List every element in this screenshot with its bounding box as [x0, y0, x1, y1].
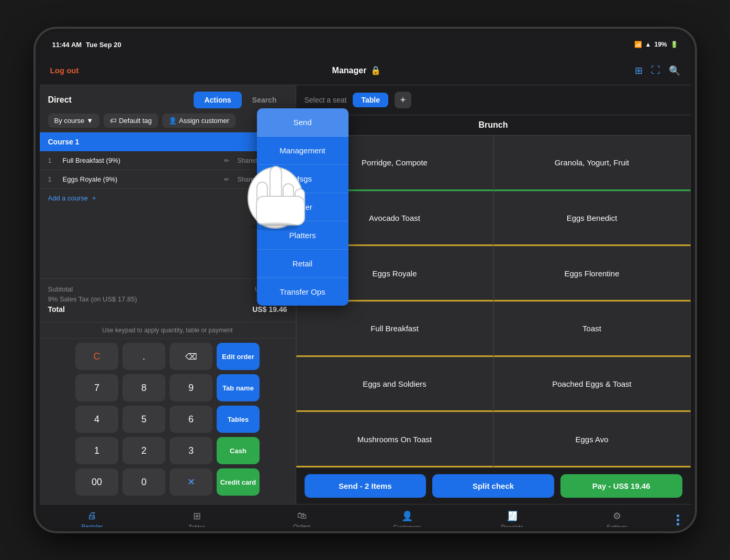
tabbar-tables[interactable]: ⊞ Tables — [144, 510, 250, 530]
tabbar-settings[interactable]: ⚙ Settings — [565, 510, 670, 530]
key-8[interactable]: 8 — [122, 374, 165, 401]
register-icon: 🖨 — [87, 510, 97, 521]
tables-icon: ⊞ — [193, 510, 201, 522]
battery-icon: 🔋 — [670, 41, 678, 48]
wifi-icon: 📶 — [634, 41, 642, 48]
select-seat-label: Select a seat — [305, 96, 347, 104]
clear-key[interactable]: C — [75, 343, 118, 370]
key-1[interactable]: 1 — [75, 437, 118, 464]
key-7[interactable]: 7 — [75, 374, 118, 401]
tabbar-orders[interactable]: 🛍 Orders — [250, 510, 355, 530]
chevron-down-icon: ▼ — [86, 117, 93, 125]
send-items-button[interactable]: Send - 2 Items — [305, 474, 426, 498]
tab-search[interactable]: Search — [242, 92, 287, 108]
dropdown-item-platters[interactable]: Platters — [257, 221, 349, 250]
time-display: 11:44 AM — [52, 41, 82, 49]
menu-item[interactable]: Toast — [493, 301, 691, 357]
dropdown-item-management[interactable]: Management — [257, 137, 349, 165]
menu-item[interactable]: Granola, Yogurt, Fruit — [493, 136, 691, 191]
decimal-key[interactable]: . — [122, 343, 165, 370]
manager-label: Manager — [332, 66, 367, 75]
key-3[interactable]: 3 — [170, 437, 212, 464]
right-panel: Select a seat Table + Brunch Porridge, C… — [296, 85, 691, 504]
tab-bar: 🖨 Register ⊞ Tables 🛍 Orders 👤 Customers… — [40, 504, 691, 531]
device-frame: 11:44 AM Tue Sep 20 📶 ▲ 19% 🔋 Log out Ma… — [36, 29, 695, 531]
split-check-button[interactable]: Split check — [432, 474, 554, 498]
right-header: Select a seat Table + — [296, 85, 691, 115]
receipts-icon: 🧾 — [507, 510, 518, 522]
edit-order-key[interactable]: Edit order — [217, 343, 260, 370]
menu-item[interactable]: Eggs Benedict — [493, 191, 691, 247]
menu-item[interactable]: Eggs Avo — [493, 412, 691, 467]
panel-title: Direct — [48, 95, 72, 105]
assign-customer-button[interactable]: 👤 Assign customer — [162, 114, 235, 128]
key-00[interactable]: 00 — [75, 468, 118, 496]
tabbar-register[interactable]: 🖨 Register — [40, 510, 145, 530]
more-dots[interactable] — [670, 514, 691, 525]
menu-item[interactable]: Eggs Florentine — [493, 246, 691, 301]
expand-icon[interactable]: ⛶ — [651, 65, 660, 76]
tab-name-key[interactable]: Tab name — [217, 374, 260, 401]
dropdown-item-msgs[interactable]: Msgs — [257, 165, 349, 193]
menu-item[interactable]: Eggs and Soldiers — [296, 357, 493, 412]
cash-key[interactable]: Cash — [217, 437, 260, 464]
logout-button[interactable]: Log out — [50, 66, 79, 75]
person-icon: 👤 — [169, 117, 177, 125]
delete-key[interactable]: ⌫ — [170, 343, 212, 370]
dropdown-item-transfer[interactable]: Transfer Ops — [257, 278, 349, 306]
tag-icon: 🏷 — [110, 117, 117, 125]
menu-grid: Porridge, Compote Granola, Yogurt, Fruit… — [296, 136, 691, 467]
menu-item[interactable]: Poached Eggs & Toast — [493, 357, 691, 412]
tabbar-customers[interactable]: 👤 Customers — [355, 510, 460, 530]
status-bar: 11:44 AM Tue Sep 20 📶 ▲ 19% 🔋 — [40, 33, 691, 56]
menu-item[interactable]: Full Breakfast — [296, 301, 493, 357]
key-2[interactable]: 2 — [122, 437, 165, 464]
add-seat-button[interactable]: + — [395, 92, 411, 108]
dropdown-item-other[interactable]: Other — [257, 193, 349, 221]
bottom-actions: Send - 2 Items Split check Pay - US$ 19.… — [296, 467, 691, 504]
tab-actions[interactable]: Actions — [194, 92, 241, 108]
orders-icon: 🛍 — [297, 510, 307, 521]
key-9[interactable]: 9 — [170, 374, 212, 401]
menu-item[interactable]: Mushrooms On Toast — [296, 412, 493, 467]
main-content: Direct Actions Search By course ▼ 🏷 Defa… — [40, 85, 691, 504]
key-4[interactable]: 4 — [75, 406, 118, 433]
menu-section-title: Brunch — [296, 115, 691, 136]
key-5[interactable]: 5 — [122, 406, 165, 433]
key-x[interactable]: ✕ — [170, 468, 212, 496]
by-course-button[interactable]: By course ▼ — [48, 114, 100, 128]
default-tag-button[interactable]: 🏷 Default tag — [104, 114, 158, 128]
key-0[interactable]: 0 — [122, 468, 165, 496]
tabbar-receipts[interactable]: 🧾 Receipts — [459, 510, 565, 530]
lock-icon: 🔒 — [370, 65, 381, 75]
signal-icon: ▲ — [645, 41, 652, 48]
app-header: Log out Manager 🔒 ⊞ ⛶ 🔍 — [40, 56, 691, 85]
battery-level: 19% — [654, 41, 667, 48]
dropdown-item-send[interactable]: Send — [257, 108, 349, 137]
key-6[interactable]: 6 — [170, 406, 212, 433]
display-icon[interactable]: ⊞ — [635, 65, 643, 76]
search-icon[interactable]: 🔍 — [669, 65, 680, 76]
settings-icon: ⚙ — [613, 510, 621, 522]
table-button[interactable]: Table — [353, 93, 388, 107]
tables-key[interactable]: Tables — [217, 406, 260, 433]
keypad-hint: Use keypad to apply quantity, table or p… — [40, 322, 296, 338]
pay-button[interactable]: Pay - US$ 19.46 — [560, 474, 682, 498]
dropdown-item-retail[interactable]: Retail — [257, 250, 349, 278]
add-icon: + — [92, 194, 96, 202]
actions-dropdown[interactable]: Send Management Msgs Other Platters Reta… — [257, 108, 349, 306]
date-display: Tue Sep 20 — [86, 41, 121, 49]
customers-icon: 👤 — [401, 510, 413, 522]
keypad: C . ⌫ Edit order 7 8 9 Tab name 4 5 6 Ta… — [40, 338, 296, 504]
credit-card-key[interactable]: Credit card — [217, 468, 260, 496]
